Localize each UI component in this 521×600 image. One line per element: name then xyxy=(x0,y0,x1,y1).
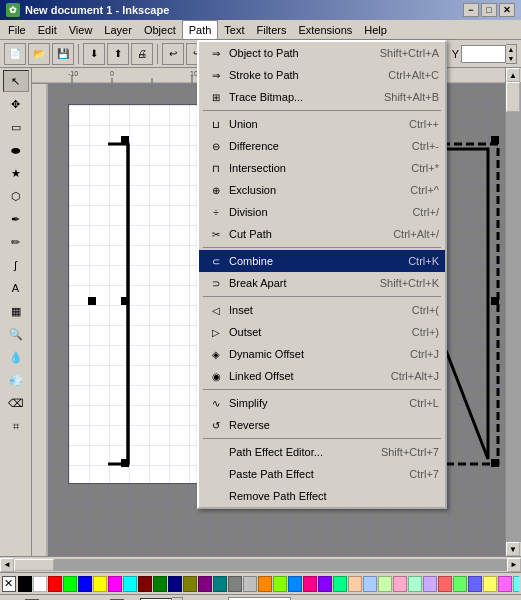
hscroll[interactable]: ◄ ► xyxy=(0,556,521,572)
menu-item-inset[interactable]: ◁InsetCtrl+( xyxy=(199,299,445,321)
menu-item-cut-path[interactable]: ✂Cut PathCtrl+Alt+/ xyxy=(199,223,445,245)
tool-pen[interactable]: ✒ xyxy=(3,208,29,230)
palette-color-26[interactable] xyxy=(408,576,422,592)
palette-color-9[interactable] xyxy=(153,576,167,592)
tool-rect[interactable]: ▭ xyxy=(3,116,29,138)
menu-item-intersection[interactable]: ⊓IntersectionCtrl+* xyxy=(199,157,445,179)
palette-color-11[interactable] xyxy=(183,576,197,592)
menu-edit[interactable]: Edit xyxy=(32,20,63,39)
toolbar-export[interactable]: ⬆ xyxy=(107,43,129,65)
tool-text[interactable]: A xyxy=(3,277,29,299)
palette-color-15[interactable] xyxy=(243,576,257,592)
menu-item-reverse[interactable]: ↺Reverse xyxy=(199,414,445,436)
menu-item-stroke-to-path[interactable]: ⇒Stroke to PathCtrl+Alt+C xyxy=(199,64,445,86)
palette-color-28[interactable] xyxy=(438,576,452,592)
tool-spray[interactable]: 💨 xyxy=(3,369,29,391)
menu-item-object-to-path[interactable]: ⇒Object to PathShift+Ctrl+A xyxy=(199,42,445,64)
palette-color-20[interactable] xyxy=(318,576,332,592)
palette-color-21[interactable] xyxy=(333,576,347,592)
palette-color-2[interactable] xyxy=(48,576,62,592)
toolbar-open[interactable]: 📂 xyxy=(28,43,50,65)
palette-color-16[interactable] xyxy=(258,576,272,592)
menu-file[interactable]: File xyxy=(2,20,32,39)
menu-item-simplify[interactable]: ∿SimplifyCtrl+L xyxy=(199,392,445,414)
palette-color-17[interactable] xyxy=(273,576,287,592)
right-scrollbar[interactable]: ▲ ▼ xyxy=(505,68,521,556)
tool-gradient[interactable]: ▦ xyxy=(3,300,29,322)
scroll-down-button[interactable]: ▼ xyxy=(506,542,520,556)
palette-color-14[interactable] xyxy=(228,576,242,592)
scroll-thumb-right[interactable] xyxy=(506,82,520,112)
menu-layer[interactable]: Layer xyxy=(98,20,138,39)
palette-color-23[interactable] xyxy=(363,576,377,592)
menu-item-path-effect-editor[interactable]: Path Effect Editor...Shift+Ctrl+7 xyxy=(199,441,445,463)
palette-color-13[interactable] xyxy=(213,576,227,592)
menu-item-break-apart[interactable]: ⊃Break ApartShift+Ctrl+K xyxy=(199,272,445,294)
tool-select[interactable]: ↖ xyxy=(3,70,29,92)
palette-color-30[interactable] xyxy=(468,576,482,592)
y-input[interactable]: -0.500 xyxy=(461,45,506,63)
menu-item-paste-path-effect[interactable]: Paste Path EffectCtrl+7 xyxy=(199,463,445,485)
palette-color-27[interactable] xyxy=(423,576,437,592)
palette-color-32[interactable] xyxy=(498,576,512,592)
scroll-track-right[interactable] xyxy=(506,82,521,542)
tool-star[interactable]: ★ xyxy=(3,162,29,184)
toolbar-save[interactable]: 💾 xyxy=(52,43,74,65)
tool-3d[interactable]: ⬡ xyxy=(3,185,29,207)
tool-calligraphy[interactable]: ∫ xyxy=(3,254,29,276)
menu-object[interactable]: Object xyxy=(138,20,182,39)
palette-color-10[interactable] xyxy=(168,576,182,592)
y-spin-up[interactable]: ▲ xyxy=(506,45,516,54)
palette-color-33[interactable] xyxy=(513,576,519,592)
menu-path[interactable]: Path xyxy=(182,20,219,39)
menu-filters[interactable]: Filters xyxy=(251,20,293,39)
palette-color-25[interactable] xyxy=(393,576,407,592)
menu-help[interactable]: Help xyxy=(358,20,393,39)
menu-item-dynamic-offset[interactable]: ◈Dynamic OffsetCtrl+J xyxy=(199,343,445,365)
tool-eraser[interactable]: ⌫ xyxy=(3,392,29,414)
toolbar-print[interactable]: 🖨 xyxy=(131,43,153,65)
menu-item-division[interactable]: ÷DivisionCtrl+/ xyxy=(199,201,445,223)
menu-item-remove-path-effect[interactable]: Remove Path Effect xyxy=(199,485,445,507)
tool-connector[interactable]: ⌗ xyxy=(3,415,29,437)
palette-color-31[interactable] xyxy=(483,576,497,592)
scroll-right-button[interactable]: ► xyxy=(507,558,521,572)
y-spin-down[interactable]: ▼ xyxy=(506,54,516,63)
scroll-up-button[interactable]: ▲ xyxy=(506,68,520,82)
tool-dropper[interactable]: 💧 xyxy=(3,346,29,368)
palette-color-3[interactable] xyxy=(63,576,77,592)
palette-color-1[interactable] xyxy=(33,576,47,592)
palette-color-4[interactable] xyxy=(78,576,92,592)
menu-item-difference[interactable]: ⊖DifferenceCtrl+- xyxy=(199,135,445,157)
palette-color-18[interactable] xyxy=(288,576,302,592)
menu-item-union[interactable]: ⊔UnionCtrl++ xyxy=(199,113,445,135)
palette-color-6[interactable] xyxy=(108,576,122,592)
scroll-left-button[interactable]: ◄ xyxy=(0,558,14,572)
palette-none[interactable]: ✕ xyxy=(2,576,16,592)
toolbar-import[interactable]: ⬇ xyxy=(83,43,105,65)
menu-item-linked-offset[interactable]: ◉Linked OffsetCtrl+Alt+J xyxy=(199,365,445,387)
palette-color-7[interactable] xyxy=(123,576,137,592)
menu-item-outset[interactable]: ▷OutsetCtrl+) xyxy=(199,321,445,343)
menu-item-trace-bitmap[interactable]: ⊞Trace Bitmap...Shift+Alt+B xyxy=(199,86,445,108)
menu-item-exclusion[interactable]: ⊕ExclusionCtrl+^ xyxy=(199,179,445,201)
menu-item-combine[interactable]: ⊂CombineCtrl+K xyxy=(199,250,445,272)
palette-color-19[interactable] xyxy=(303,576,317,592)
palette-color-22[interactable] xyxy=(348,576,362,592)
tool-pencil[interactable]: ✏ xyxy=(3,231,29,253)
palette-color-12[interactable] xyxy=(198,576,212,592)
menu-view[interactable]: View xyxy=(63,20,99,39)
tool-ellipse[interactable]: ⬬ xyxy=(3,139,29,161)
layer-select[interactable]: Layer 1 xyxy=(228,597,291,601)
palette-color-29[interactable] xyxy=(453,576,467,592)
toolbar-new[interactable]: 📄 xyxy=(4,43,26,65)
palette-color-8[interactable] xyxy=(138,576,152,592)
tool-zoom[interactable]: 🔍 xyxy=(3,323,29,345)
tool-node[interactable]: ✥ xyxy=(3,93,29,115)
minimize-button[interactable]: − xyxy=(463,3,479,17)
scroll-track-horiz[interactable] xyxy=(14,559,507,571)
menu-extensions[interactable]: Extensions xyxy=(292,20,358,39)
close-button[interactable]: ✕ xyxy=(499,3,515,17)
scroll-thumb-horiz[interactable] xyxy=(14,559,54,571)
palette-color-0[interactable] xyxy=(18,576,32,592)
